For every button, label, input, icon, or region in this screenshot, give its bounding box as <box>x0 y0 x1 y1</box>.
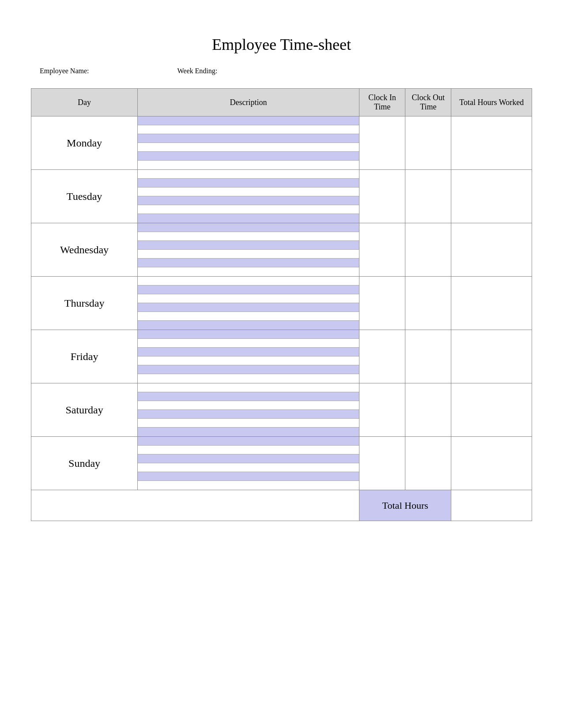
day-cell-saturday: Saturday <box>31 383 138 437</box>
total-hours-value[interactable] <box>451 490 532 521</box>
clock-out-thursday[interactable] <box>405 277 451 330</box>
header-total-hours-worked: Total Hours Worked <box>451 89 532 116</box>
day-cell-monday: Monday <box>31 116 138 170</box>
employee-info: Employee Name: Week Ending: <box>31 67 532 75</box>
description-line <box>138 428 359 436</box>
week-ending-field: Week Ending: <box>178 67 218 75</box>
description-line <box>138 365 359 374</box>
total-row-empty-desc <box>138 490 359 521</box>
table-row: Saturday <box>31 383 532 437</box>
description-line <box>138 232 359 241</box>
description-line <box>138 143 359 152</box>
description-line <box>138 312 359 321</box>
total-row-empty-day <box>31 490 138 521</box>
header-day: Day <box>31 89 138 116</box>
description-cell-saturday[interactable] <box>138 383 359 437</box>
description-line <box>138 241 359 250</box>
total-hours-friday[interactable] <box>451 330 532 383</box>
description-line <box>138 392 359 401</box>
description-line <box>138 170 359 179</box>
total-hours-sunday[interactable] <box>451 437 532 490</box>
day-cell-sunday: Sunday <box>31 437 138 490</box>
day-cell-tuesday: Tuesday <box>31 170 138 223</box>
description-cell-friday[interactable] <box>138 330 359 383</box>
clock-out-friday[interactable] <box>405 330 451 383</box>
description-line <box>138 472 359 481</box>
clock-in-friday[interactable] <box>359 330 405 383</box>
total-hours-thursday[interactable] <box>451 277 532 330</box>
total-hours-monday[interactable] <box>451 116 532 170</box>
table-row: Friday <box>31 330 532 383</box>
description-cell-sunday[interactable] <box>138 437 359 490</box>
description-line <box>138 383 359 392</box>
description-line <box>138 303 359 312</box>
clock-in-thursday[interactable] <box>359 277 405 330</box>
total-hours-saturday[interactable] <box>451 383 532 437</box>
clock-out-wednesday[interactable] <box>405 223 451 277</box>
table-row: Tuesday <box>31 170 532 223</box>
clock-out-monday[interactable] <box>405 116 451 170</box>
description-cell-wednesday[interactable] <box>138 223 359 277</box>
description-line <box>138 454 359 463</box>
description-line <box>138 330 359 339</box>
page-title: Employee Time-sheet <box>31 35 532 54</box>
header-clock-out: Clock Out Time <box>405 89 451 116</box>
clock-in-wednesday[interactable] <box>359 223 405 277</box>
description-cell-thursday[interactable] <box>138 277 359 330</box>
description-cell-monday[interactable] <box>138 116 359 170</box>
table-row: Wednesday <box>31 223 532 277</box>
description-line <box>138 339 359 348</box>
clock-in-monday[interactable] <box>359 116 405 170</box>
description-line <box>138 161 359 169</box>
description-line <box>138 374 359 383</box>
clock-in-saturday[interactable] <box>359 383 405 437</box>
description-line <box>138 348 359 356</box>
description-line <box>138 250 359 259</box>
table-row: Thursday <box>31 277 532 330</box>
description-line <box>138 419 359 428</box>
day-cell-friday: Friday <box>31 330 138 383</box>
description-line <box>138 116 359 125</box>
total-row: Total Hours <box>31 490 532 521</box>
description-line <box>138 401 359 410</box>
description-line <box>138 294 359 303</box>
description-line <box>138 356 359 365</box>
description-line <box>138 196 359 205</box>
clock-in-sunday[interactable] <box>359 437 405 490</box>
header-description: Description <box>138 89 359 116</box>
description-line <box>138 446 359 454</box>
description-line <box>138 214 359 223</box>
description-line <box>138 188 359 196</box>
description-line <box>138 285 359 294</box>
description-line <box>138 321 359 330</box>
week-ending-label: Week Ending: <box>178 67 218 75</box>
employee-name-label: Employee Name: <box>40 67 89 75</box>
table-row: Sunday <box>31 437 532 490</box>
description-line <box>138 125 359 134</box>
clock-out-saturday[interactable] <box>405 383 451 437</box>
total-hours-tuesday[interactable] <box>451 170 532 223</box>
table-header-row: Day Description Clock In Time Clock Out … <box>31 89 532 116</box>
description-cell-tuesday[interactable] <box>138 170 359 223</box>
description-line <box>138 481 359 490</box>
description-line <box>138 410 359 419</box>
description-line <box>138 437 359 446</box>
total-hours-label: Total Hours <box>359 490 451 521</box>
description-line <box>138 179 359 188</box>
total-hours-wednesday[interactable] <box>451 223 532 277</box>
description-line <box>138 277 359 285</box>
clock-out-sunday[interactable] <box>405 437 451 490</box>
day-cell-thursday: Thursday <box>31 277 138 330</box>
description-line <box>138 267 359 276</box>
description-line <box>138 259 359 267</box>
description-line <box>138 463 359 472</box>
table-row: Monday <box>31 116 532 170</box>
description-line <box>138 223 359 232</box>
header-clock-in: Clock In Time <box>359 89 405 116</box>
day-cell-wednesday: Wednesday <box>31 223 138 277</box>
employee-name-field: Employee Name: <box>40 67 89 75</box>
clock-in-tuesday[interactable] <box>359 170 405 223</box>
clock-out-tuesday[interactable] <box>405 170 451 223</box>
description-line <box>138 134 359 143</box>
timesheet-table: Day Description Clock In Time Clock Out … <box>31 88 532 521</box>
